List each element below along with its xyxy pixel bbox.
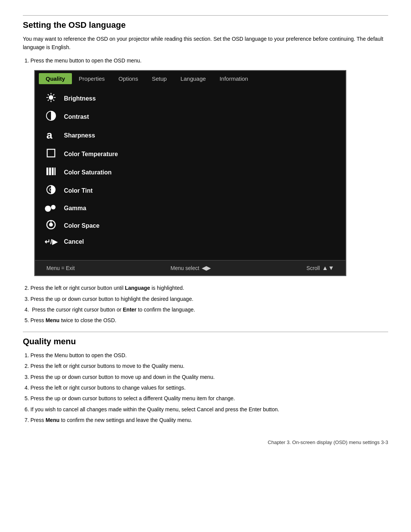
section1-intro: You may want to reference the OSD on you… (23, 35, 388, 52)
osd-row-colorsaturation: Color Saturation (35, 163, 346, 182)
colorsaturation-label: Color Saturation (64, 169, 112, 176)
svg-point-19 (51, 205, 56, 209)
colorsaturation-icon (44, 166, 58, 179)
svg-line-5 (48, 94, 49, 96)
svg-point-21 (49, 223, 53, 227)
scroll-arrows-icon: ▲▼ (322, 265, 334, 272)
colortint-icon (44, 184, 58, 197)
osd-menu-properties[interactable]: Properties (72, 73, 112, 84)
section1-step2: Press the left or right cursor button un… (30, 284, 388, 292)
step5-bold: Menu (46, 317, 60, 323)
section-divider-top (23, 15, 388, 16)
section1-title: Setting the OSD language (23, 20, 388, 30)
osd-container: Quality Properties Options Setup Languag… (34, 70, 346, 276)
svg-rect-14 (52, 168, 54, 175)
section2-title: Quality menu (23, 337, 388, 347)
cancel-label: Cancel (64, 238, 84, 245)
section2-steps: Press the Menu button to open the OSD. P… (30, 351, 388, 425)
step2-bold: Language (125, 285, 150, 291)
svg-rect-11 (47, 149, 55, 157)
section2-step3: Press the up or down cursor button to mo… (30, 373, 388, 381)
osd-footer-menu-exit: Menu = Exit (46, 265, 75, 271)
section2-step5: Press the up or down cursor buttons to s… (30, 394, 388, 403)
osd-row-sharpness: a Sharpness (35, 126, 346, 145)
step4-bold: Enter (123, 307, 137, 313)
brightness-label: Brightness (64, 95, 96, 102)
contrast-icon (44, 110, 58, 123)
osd-row-colortint: Color Tint (35, 182, 346, 200)
osd-menu-language[interactable]: Language (174, 73, 213, 84)
sharpness-label: Sharpness (64, 132, 95, 139)
section2-step7: Press Menu to confirm the new settings a… (30, 416, 388, 424)
sharpness-icon: a (44, 129, 58, 142)
osd-row-cancel: ↵/▶ Cancel (35, 235, 346, 249)
section2-step4: Press the left or right cursor buttons t… (30, 383, 388, 392)
section1-steps-2-5: Press the left or right cursor button un… (30, 284, 388, 325)
section1-steps: Press the menu button to open the OSD me… (30, 56, 388, 65)
osd-footer-menu-select: Menu select ◀▶ (170, 264, 210, 272)
cancel-icon: ↵/▶ (44, 238, 58, 246)
osd-menu-quality[interactable]: Quality (39, 73, 72, 84)
page-footer: Chapter 3. On-screen display (OSD) menu … (23, 439, 388, 445)
svg-rect-12 (46, 168, 48, 175)
brightness-icon (44, 92, 58, 105)
section1-step1: Press the menu button to open the OSD me… (30, 56, 388, 65)
section2-step2: Press the left or right cursor buttons t… (30, 362, 388, 370)
osd-row-brightness: Brightness (35, 89, 346, 108)
colorspace-label: Color Space (64, 222, 99, 229)
section2-step1: Press the Menu button to open the OSD. (30, 351, 388, 359)
osd-menu-bar: Quality Properties Options Setup Languag… (35, 71, 346, 86)
osd-menu-information[interactable]: Information (213, 73, 255, 84)
svg-point-0 (49, 95, 53, 100)
osd-menu-setup[interactable]: Setup (145, 73, 174, 84)
svg-line-7 (53, 94, 54, 96)
contrast-label: Contrast (64, 113, 89, 120)
colortemp-label: Color Temperature (64, 151, 118, 158)
colortint-label: Color Tint (64, 187, 92, 194)
gamma-icon (44, 203, 58, 214)
gamma-label: Gamma (64, 205, 86, 212)
colorspace-icon (44, 219, 58, 232)
svg-rect-13 (49, 168, 51, 175)
osd-content: Brightness Contrast a Sharpness (35, 86, 346, 260)
section-divider-middle (23, 332, 388, 332)
svg-rect-15 (54, 168, 56, 175)
colortemp-icon (44, 148, 58, 161)
select-arrows-icon: ◀▶ (202, 264, 211, 272)
section1-step4: Press the cursor right cursor button or … (30, 305, 388, 314)
svg-line-8 (48, 100, 49, 101)
svg-line-6 (53, 100, 54, 101)
osd-row-colorspace: Color Space (35, 217, 346, 235)
step7-bold: Menu (46, 417, 60, 423)
osd-row-contrast: Contrast (35, 108, 346, 126)
osd-row-colortemp: Color Temperature (35, 145, 346, 163)
section2-step6: If you wish to cancel all changes made w… (30, 405, 388, 414)
svg-point-18 (45, 206, 51, 212)
section1-step5: Press Menu twice to close the OSD. (30, 316, 388, 324)
svg-text:a: a (46, 129, 53, 140)
osd-footer-scroll: Scroll ▲▼ (306, 265, 334, 272)
osd-menu-options[interactable]: Options (112, 73, 145, 84)
osd-footer: Menu = Exit Menu select ◀▶ Scroll ▲▼ (35, 260, 346, 275)
osd-row-gamma: Gamma (35, 200, 346, 217)
section1-step3: Press the up or down cursor button to hi… (30, 295, 388, 303)
